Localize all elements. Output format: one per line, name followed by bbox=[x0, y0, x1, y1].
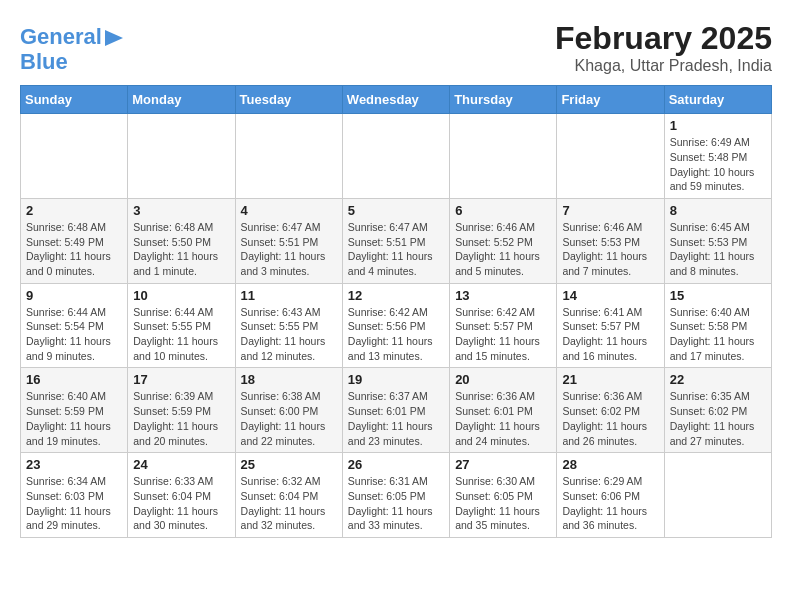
calendar-cell: 12Sunrise: 6:42 AM Sunset: 5:56 PM Dayli… bbox=[342, 283, 449, 368]
weekday-header-cell: Thursday bbox=[450, 86, 557, 114]
logo: General Blue bbox=[20, 25, 123, 75]
calendar-cell: 15Sunrise: 6:40 AM Sunset: 5:58 PM Dayli… bbox=[664, 283, 771, 368]
calendar-cell: 17Sunrise: 6:39 AM Sunset: 5:59 PM Dayli… bbox=[128, 368, 235, 453]
calendar-cell: 18Sunrise: 6:38 AM Sunset: 6:00 PM Dayli… bbox=[235, 368, 342, 453]
day-number: 8 bbox=[670, 203, 766, 218]
day-number: 28 bbox=[562, 457, 658, 472]
day-info: Sunrise: 6:36 AM Sunset: 6:02 PM Dayligh… bbox=[562, 389, 658, 448]
calendar-cell bbox=[235, 114, 342, 199]
day-number: 17 bbox=[133, 372, 229, 387]
weekday-header-row: SundayMondayTuesdayWednesdayThursdayFrid… bbox=[21, 86, 772, 114]
day-number: 24 bbox=[133, 457, 229, 472]
day-number: 21 bbox=[562, 372, 658, 387]
day-number: 14 bbox=[562, 288, 658, 303]
calendar-cell bbox=[664, 453, 771, 538]
day-info: Sunrise: 6:38 AM Sunset: 6:00 PM Dayligh… bbox=[241, 389, 337, 448]
day-info: Sunrise: 6:36 AM Sunset: 6:01 PM Dayligh… bbox=[455, 389, 551, 448]
calendar-cell: 19Sunrise: 6:37 AM Sunset: 6:01 PM Dayli… bbox=[342, 368, 449, 453]
calendar-week-row: 16Sunrise: 6:40 AM Sunset: 5:59 PM Dayli… bbox=[21, 368, 772, 453]
day-info: Sunrise: 6:42 AM Sunset: 5:56 PM Dayligh… bbox=[348, 305, 444, 364]
weekday-header-cell: Wednesday bbox=[342, 86, 449, 114]
calendar-cell: 27Sunrise: 6:30 AM Sunset: 6:05 PM Dayli… bbox=[450, 453, 557, 538]
day-info: Sunrise: 6:33 AM Sunset: 6:04 PM Dayligh… bbox=[133, 474, 229, 533]
calendar-cell: 24Sunrise: 6:33 AM Sunset: 6:04 PM Dayli… bbox=[128, 453, 235, 538]
calendar-week-row: 9Sunrise: 6:44 AM Sunset: 5:54 PM Daylig… bbox=[21, 283, 772, 368]
day-info: Sunrise: 6:35 AM Sunset: 6:02 PM Dayligh… bbox=[670, 389, 766, 448]
calendar-cell: 4Sunrise: 6:47 AM Sunset: 5:51 PM Daylig… bbox=[235, 198, 342, 283]
day-number: 7 bbox=[562, 203, 658, 218]
location-title: Khaga, Uttar Pradesh, India bbox=[555, 57, 772, 75]
day-number: 16 bbox=[26, 372, 122, 387]
day-info: Sunrise: 6:46 AM Sunset: 5:53 PM Dayligh… bbox=[562, 220, 658, 279]
day-number: 20 bbox=[455, 372, 551, 387]
day-number: 5 bbox=[348, 203, 444, 218]
day-number: 22 bbox=[670, 372, 766, 387]
day-number: 1 bbox=[670, 118, 766, 133]
calendar-cell bbox=[128, 114, 235, 199]
calendar-week-row: 1Sunrise: 6:49 AM Sunset: 5:48 PM Daylig… bbox=[21, 114, 772, 199]
calendar-cell: 28Sunrise: 6:29 AM Sunset: 6:06 PM Dayli… bbox=[557, 453, 664, 538]
day-info: Sunrise: 6:40 AM Sunset: 5:59 PM Dayligh… bbox=[26, 389, 122, 448]
calendar-cell bbox=[450, 114, 557, 199]
title-area: February 2025 Khaga, Uttar Pradesh, Indi… bbox=[555, 20, 772, 75]
calendar-cell: 2Sunrise: 6:48 AM Sunset: 5:49 PM Daylig… bbox=[21, 198, 128, 283]
calendar-cell: 3Sunrise: 6:48 AM Sunset: 5:50 PM Daylig… bbox=[128, 198, 235, 283]
day-number: 9 bbox=[26, 288, 122, 303]
day-info: Sunrise: 6:47 AM Sunset: 5:51 PM Dayligh… bbox=[348, 220, 444, 279]
day-info: Sunrise: 6:39 AM Sunset: 5:59 PM Dayligh… bbox=[133, 389, 229, 448]
day-info: Sunrise: 6:42 AM Sunset: 5:57 PM Dayligh… bbox=[455, 305, 551, 364]
day-info: Sunrise: 6:44 AM Sunset: 5:55 PM Dayligh… bbox=[133, 305, 229, 364]
calendar-cell: 9Sunrise: 6:44 AM Sunset: 5:54 PM Daylig… bbox=[21, 283, 128, 368]
day-number: 23 bbox=[26, 457, 122, 472]
day-number: 18 bbox=[241, 372, 337, 387]
day-number: 19 bbox=[348, 372, 444, 387]
calendar-cell: 7Sunrise: 6:46 AM Sunset: 5:53 PM Daylig… bbox=[557, 198, 664, 283]
calendar-cell: 23Sunrise: 6:34 AM Sunset: 6:03 PM Dayli… bbox=[21, 453, 128, 538]
day-number: 10 bbox=[133, 288, 229, 303]
weekday-header-cell: Monday bbox=[128, 86, 235, 114]
day-info: Sunrise: 6:30 AM Sunset: 6:05 PM Dayligh… bbox=[455, 474, 551, 533]
calendar-cell: 11Sunrise: 6:43 AM Sunset: 5:55 PM Dayli… bbox=[235, 283, 342, 368]
day-info: Sunrise: 6:43 AM Sunset: 5:55 PM Dayligh… bbox=[241, 305, 337, 364]
day-info: Sunrise: 6:40 AM Sunset: 5:58 PM Dayligh… bbox=[670, 305, 766, 364]
day-number: 4 bbox=[241, 203, 337, 218]
day-number: 13 bbox=[455, 288, 551, 303]
logo-line2: Blue bbox=[20, 49, 123, 75]
day-number: 3 bbox=[133, 203, 229, 218]
calendar-cell: 8Sunrise: 6:45 AM Sunset: 5:53 PM Daylig… bbox=[664, 198, 771, 283]
day-info: Sunrise: 6:44 AM Sunset: 5:54 PM Dayligh… bbox=[26, 305, 122, 364]
calendar-cell: 25Sunrise: 6:32 AM Sunset: 6:04 PM Dayli… bbox=[235, 453, 342, 538]
day-number: 6 bbox=[455, 203, 551, 218]
calendar-cell bbox=[557, 114, 664, 199]
calendar-cell: 1Sunrise: 6:49 AM Sunset: 5:48 PM Daylig… bbox=[664, 114, 771, 199]
calendar-cell bbox=[342, 114, 449, 199]
calendar-cell: 14Sunrise: 6:41 AM Sunset: 5:57 PM Dayli… bbox=[557, 283, 664, 368]
weekday-header-cell: Tuesday bbox=[235, 86, 342, 114]
calendar-cell: 6Sunrise: 6:46 AM Sunset: 5:52 PM Daylig… bbox=[450, 198, 557, 283]
day-info: Sunrise: 6:45 AM Sunset: 5:53 PM Dayligh… bbox=[670, 220, 766, 279]
calendar-cell bbox=[21, 114, 128, 199]
day-info: Sunrise: 6:32 AM Sunset: 6:04 PM Dayligh… bbox=[241, 474, 337, 533]
svg-marker-0 bbox=[105, 30, 123, 46]
weekday-header-cell: Saturday bbox=[664, 86, 771, 114]
weekday-header-cell: Sunday bbox=[21, 86, 128, 114]
calendar-cell: 26Sunrise: 6:31 AM Sunset: 6:05 PM Dayli… bbox=[342, 453, 449, 538]
calendar-body: 1Sunrise: 6:49 AM Sunset: 5:48 PM Daylig… bbox=[21, 114, 772, 538]
weekday-header-cell: Friday bbox=[557, 86, 664, 114]
day-info: Sunrise: 6:48 AM Sunset: 5:50 PM Dayligh… bbox=[133, 220, 229, 279]
calendar-cell: 21Sunrise: 6:36 AM Sunset: 6:02 PM Dayli… bbox=[557, 368, 664, 453]
calendar-cell: 10Sunrise: 6:44 AM Sunset: 5:55 PM Dayli… bbox=[128, 283, 235, 368]
day-info: Sunrise: 6:47 AM Sunset: 5:51 PM Dayligh… bbox=[241, 220, 337, 279]
day-number: 27 bbox=[455, 457, 551, 472]
header: General Blue February 2025 Khaga, Uttar … bbox=[20, 20, 772, 75]
day-info: Sunrise: 6:41 AM Sunset: 5:57 PM Dayligh… bbox=[562, 305, 658, 364]
day-info: Sunrise: 6:49 AM Sunset: 5:48 PM Dayligh… bbox=[670, 135, 766, 194]
day-number: 25 bbox=[241, 457, 337, 472]
day-info: Sunrise: 6:31 AM Sunset: 6:05 PM Dayligh… bbox=[348, 474, 444, 533]
logo-arrow-icon bbox=[105, 30, 123, 46]
calendar: SundayMondayTuesdayWednesdayThursdayFrid… bbox=[20, 85, 772, 538]
calendar-cell: 5Sunrise: 6:47 AM Sunset: 5:51 PM Daylig… bbox=[342, 198, 449, 283]
logo-line1: General bbox=[20, 25, 102, 49]
day-number: 12 bbox=[348, 288, 444, 303]
calendar-cell: 13Sunrise: 6:42 AM Sunset: 5:57 PM Dayli… bbox=[450, 283, 557, 368]
